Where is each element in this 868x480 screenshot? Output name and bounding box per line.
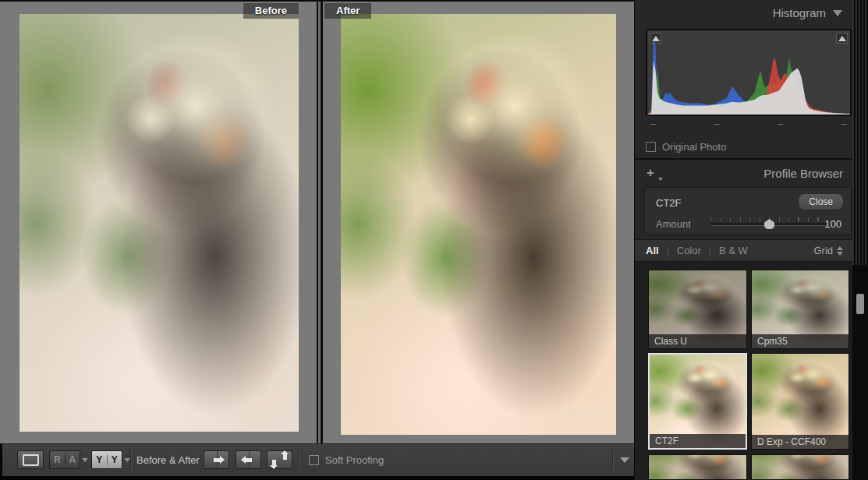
right-panel: Histogram – – – – Original Photo +	[634, 0, 852, 480]
profile-thumb-label: Cpm35	[752, 334, 849, 348]
exif-iso: –	[650, 118, 656, 129]
before-after-workspace: Before After	[0, 2, 634, 443]
scrollbar-thumb[interactable]	[856, 294, 864, 314]
profile-thumbnail-grid: Class U Cpm35 CT2F D Exp - CCF400	[635, 262, 853, 480]
before-after-view-dropdown-icon[interactable]	[124, 458, 130, 462]
reference-view-dropdown-icon[interactable]	[82, 458, 88, 462]
active-profile-name: CT2F	[656, 197, 682, 209]
add-profile-icon[interactable]: +	[647, 166, 654, 179]
histogram-display[interactable]	[646, 29, 852, 116]
profile-thumb-ct2f[interactable]: CT2F	[648, 353, 747, 450]
profile-thumb-label: D Exp - CCF400	[752, 435, 849, 449]
swap-before-after-settings-button[interactable]	[267, 450, 292, 469]
develop-toolbar: R A Y Y Before & After : Soft Proo	[0, 443, 634, 476]
before-after-view-right-label: Y	[107, 454, 122, 465]
copy-after-settings-to-before-button[interactable]	[236, 450, 261, 469]
before-after-toolbar-label: Before & After :	[136, 454, 205, 466]
original-photo-label: Original Photo	[662, 141, 726, 153]
scrollbar-stripes	[852, 0, 868, 265]
exif-aperture: –	[778, 118, 784, 129]
filter-bw-tab[interactable]: B & W	[719, 245, 748, 256]
loupe-view-icon	[23, 454, 39, 466]
filter-separator: |	[709, 245, 711, 256]
profile-filter-bar: All | Color | B & W Grid	[635, 239, 853, 262]
arrow-right-icon	[214, 458, 220, 462]
profile-thumb-partial[interactable]	[751, 454, 849, 480]
toolbar-options-dropdown-icon[interactable]	[620, 457, 629, 463]
toolbar-separator	[298, 449, 299, 471]
close-button[interactable]: Close	[798, 193, 844, 210]
toolbar-separator	[612, 449, 614, 471]
original-photo-row: Original Photo	[646, 139, 726, 154]
collapse-triangle-icon[interactable]	[833, 10, 842, 16]
profile-browser-header[interactable]: + Profile Browser	[635, 160, 853, 188]
arrow-down-icon	[272, 460, 276, 465]
exif-shutter: –	[841, 118, 847, 129]
profile-controls-box: CT2F Close Amount 100	[644, 187, 852, 235]
profile-thumb-cpm35[interactable]: Cpm35	[751, 270, 849, 349]
arrow-up-icon	[283, 454, 287, 460]
profile-thumb-label: Class U	[649, 334, 746, 348]
profile-thumb-image	[752, 454, 849, 480]
before-photo[interactable]	[19, 14, 299, 432]
before-after-view-left-label: Y	[92, 454, 107, 465]
filter-color-tab[interactable]: Color	[677, 245, 701, 256]
amount-slider[interactable]	[710, 216, 827, 230]
after-pane: After	[323, 2, 634, 443]
profile-thumb-partial[interactable]	[648, 454, 747, 480]
original-photo-checkbox[interactable]	[646, 142, 656, 152]
profile-thumb-label: CT2F	[650, 434, 746, 448]
grid-view-label: Grid	[813, 245, 833, 256]
before-after-view-button[interactable]: Y Y	[91, 450, 122, 469]
panel-scrollbar[interactable]	[852, 0, 868, 480]
before-label: Before	[243, 3, 299, 19]
after-photo[interactable]	[341, 14, 616, 435]
grid-view-selector[interactable]: Grid	[813, 245, 843, 256]
loupe-view-button[interactable]	[17, 450, 44, 469]
profile-browser-title: Profile Browser	[763, 167, 843, 180]
reference-view-button[interactable]: R A	[49, 450, 80, 469]
soft-proofing-checkbox[interactable]	[309, 455, 319, 465]
arrow-left-icon	[246, 458, 252, 462]
copy-before-settings-to-after-button[interactable]	[204, 450, 229, 469]
filter-all-tab[interactable]: All	[646, 245, 659, 256]
updown-arrows-icon	[837, 246, 843, 256]
profile-thumb-class-u[interactable]: Class U	[648, 270, 747, 349]
exif-info-row: – – – –	[646, 118, 852, 129]
lightroom-develop-window: Before After R A Y Y Before & After :	[0, 0, 868, 480]
profile-thumb-d-exp-ccf400[interactable]: D Exp - CCF400	[751, 353, 849, 450]
amount-value: 100	[824, 218, 841, 230]
pane-divider[interactable]	[317, 2, 323, 443]
soft-proofing-label: Soft Proofing	[325, 454, 384, 466]
after-label: After	[324, 3, 371, 19]
profile-thumb-image	[649, 454, 746, 480]
histogram-svg	[647, 40, 850, 115]
add-profile-dropdown-icon[interactable]	[658, 178, 663, 181]
histogram-panel-header[interactable]: Histogram	[635, 0, 852, 26]
reference-view-right-label: A	[65, 454, 80, 465]
toolbar-separator	[130, 449, 132, 471]
amount-label: Amount	[656, 218, 691, 230]
histogram-panel-title: Histogram	[773, 6, 826, 19]
filter-separator: |	[667, 245, 669, 256]
exif-focal-length: –	[714, 118, 720, 129]
reference-view-left-label: R	[50, 454, 65, 465]
before-pane: Before	[0, 2, 317, 443]
